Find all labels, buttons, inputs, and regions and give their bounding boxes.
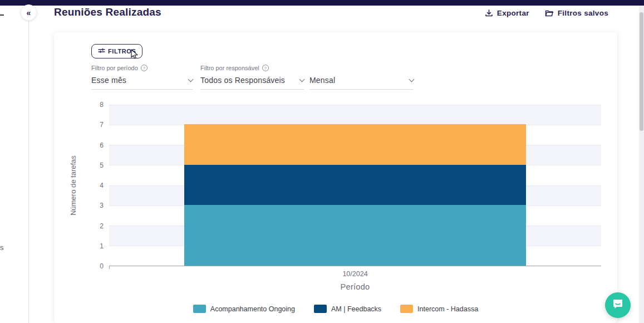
help-icon[interactable]: ? <box>262 65 269 71</box>
download-icon <box>485 9 493 17</box>
collapse-chevrons-icon: « <box>27 8 31 17</box>
chart-card: FILTROS Filtro por período ? Esse mês <box>54 32 617 323</box>
mouse-cursor <box>130 49 139 62</box>
y-tick-label: 8 <box>54 101 104 109</box>
responsible-filter: Filtro por responsável ? Todos os Respon… <box>200 64 304 90</box>
sidebar-clipped-text: is <box>0 243 3 252</box>
stacked-bar[interactable] <box>184 124 526 266</box>
saved-filters-button[interactable]: Filtros salvos <box>545 9 608 17</box>
chat-bubble-icon <box>611 297 625 313</box>
bar-segment[interactable] <box>184 205 526 266</box>
legend-swatch <box>400 305 413 313</box>
responsible-filter-label-row: Filtro por responsável ? <box>200 64 304 72</box>
help-icon[interactable]: ? <box>141 65 148 71</box>
period-filter-label-row: Filtro por período ? <box>91 64 193 72</box>
export-button[interactable]: Exportar <box>485 9 529 17</box>
y-tick-label: 0 <box>54 262 104 270</box>
legend-item[interactable]: AM | Feedbacks <box>314 305 381 313</box>
granularity-filter: Mensal <box>309 64 414 90</box>
page: is « Reuniões Realizadas Exportar Filtro… <box>0 0 644 323</box>
chat-launcher-button[interactable] <box>605 292 631 318</box>
filters-row: Filtro por período ? Esse mês Filtro por… <box>91 64 414 90</box>
bar-segment[interactable] <box>184 165 526 205</box>
legend-label: Acompanhamento Ongoing <box>210 305 295 313</box>
page-title: Reuniões Realizadas <box>54 6 161 18</box>
y-axis-ticks: 012345678 <box>54 105 104 266</box>
y-tick-label: 5 <box>54 161 104 169</box>
y-tick-label: 3 <box>54 202 104 209</box>
period-filter-label: Filtro por período <box>91 65 138 71</box>
sidebar-divider <box>28 6 29 323</box>
period-filter-select[interactable]: Esse mês <box>91 76 193 90</box>
sidebar-collapse-button[interactable]: « <box>21 4 37 21</box>
sidebar-clipped-fragment <box>0 14 4 16</box>
scrollbar-track[interactable] <box>639 6 644 323</box>
header-actions: Exportar Filtros salvos <box>485 9 608 17</box>
legend-item[interactable]: Intercom - Hadassa <box>400 305 478 313</box>
chevron-down-icon <box>299 77 305 82</box>
x-axis-tick-mark <box>109 266 110 269</box>
responsible-filter-select[interactable]: Todos os Responsáveis <box>200 76 304 90</box>
scrollbar-thumb[interactable] <box>640 12 643 131</box>
x-tick-label: 10/2024 <box>342 270 367 278</box>
top-navy-bar <box>0 0 644 6</box>
legend-swatch <box>193 305 206 313</box>
plot-area <box>109 105 601 266</box>
period-filter-value: Esse mês <box>91 76 126 85</box>
chevron-down-icon <box>409 77 415 82</box>
saved-filters-label: Filtros salvos <box>558 9 608 17</box>
folder-icon <box>545 9 554 17</box>
chevron-down-icon <box>188 77 194 82</box>
chart-legend: Acompanhamento OngoingAM | FeedbacksInte… <box>54 305 617 313</box>
legend-swatch <box>314 305 327 313</box>
granularity-filter-value: Mensal <box>309 76 335 85</box>
export-label: Exportar <box>497 9 529 17</box>
x-axis-title: Período <box>109 282 601 291</box>
y-tick-label: 7 <box>54 121 104 129</box>
responsible-filter-label: Filtro por responsável <box>200 65 259 71</box>
legend-item[interactable]: Acompanhamento Ongoing <box>193 305 295 313</box>
responsible-filter-value: Todos os Responsáveis <box>200 76 285 85</box>
bar-segment[interactable] <box>184 124 526 165</box>
granularity-filter-select[interactable]: Mensal <box>309 76 414 90</box>
y-tick-label: 1 <box>54 242 104 250</box>
y-tick-label: 4 <box>54 182 104 189</box>
grid-stripe <box>109 105 601 125</box>
sliders-icon <box>98 47 105 55</box>
y-tick-label: 2 <box>54 222 104 230</box>
legend-label: AM | Feedbacks <box>331 305 381 313</box>
x-axis-ticks: 10/2024 <box>109 270 601 278</box>
legend-label: Intercom - Hadassa <box>417 305 478 313</box>
period-filter: Filtro por período ? Esse mês <box>91 64 193 90</box>
y-tick-label: 6 <box>54 141 104 149</box>
